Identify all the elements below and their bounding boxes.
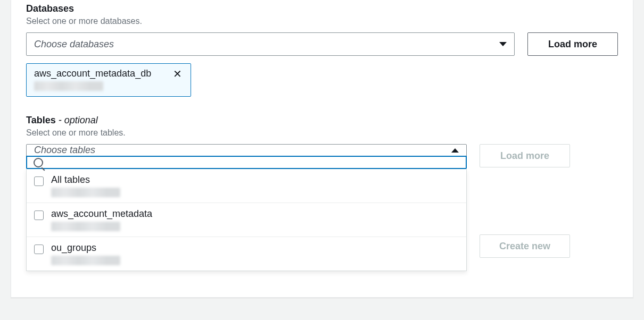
databases-hint: Select one or more databases. (26, 16, 618, 26)
caret-down-icon (499, 42, 507, 46)
tables-label-text: Tables (26, 115, 56, 125)
option-label: ou_groups (51, 242, 120, 254)
selected-database-token: aws_account_metadata_db ✕ (26, 63, 191, 97)
selected-database-id-redacted (34, 81, 103, 91)
tables-optional-suffix: - optional (56, 115, 98, 125)
selected-database-name: aws_account_metadata_db (34, 68, 151, 79)
tables-search-input[interactable] (48, 157, 459, 168)
tables-option-aws-account-metadata[interactable]: aws_account_metadata (27, 203, 466, 237)
tables-option-all[interactable]: All tables (27, 169, 466, 203)
form-panel: Databases Select one or more databases. … (11, 0, 633, 298)
tables-option-ou-groups[interactable]: ou_groups (27, 237, 466, 271)
tables-side-column: Load more Create new (480, 144, 570, 258)
search-icon (34, 158, 43, 167)
databases-select[interactable]: Choose databases (26, 32, 515, 56)
option-id-redacted (51, 222, 120, 231)
tables-select[interactable]: Choose tables (26, 144, 467, 156)
tables-dropdown-list: All tables aws_account_metadata (26, 169, 467, 271)
option-id-redacted (51, 188, 120, 197)
checkbox-aws-account-metadata[interactable] (34, 210, 44, 220)
option-label: aws_account_metadata (51, 208, 152, 220)
databases-select-placeholder: Choose databases (34, 39, 114, 50)
tables-search-row[interactable] (26, 156, 467, 169)
tables-hint: Select one or more tables. (26, 128, 618, 138)
databases-section: Databases Select one or more databases. … (26, 0, 618, 97)
tables-label: Tables - optional (26, 112, 618, 126)
option-label: All tables (51, 174, 120, 186)
option-id-redacted (51, 256, 120, 265)
databases-label: Databases (26, 0, 618, 14)
create-new-button[interactable]: Create new (480, 234, 570, 258)
tables-select-placeholder: Choose tables (34, 145, 95, 156)
databases-row: Choose databases Load more (26, 32, 618, 56)
tables-load-more-button[interactable]: Load more (480, 144, 570, 167)
caret-up-icon (451, 148, 459, 153)
tables-section: Tables - optional Select one or more tab… (26, 112, 618, 271)
checkbox-all-tables[interactable] (34, 176, 44, 186)
checkbox-ou-groups[interactable] (34, 245, 44, 254)
databases-load-more-button[interactable]: Load more (527, 32, 618, 56)
close-icon[interactable]: ✕ (172, 69, 183, 79)
